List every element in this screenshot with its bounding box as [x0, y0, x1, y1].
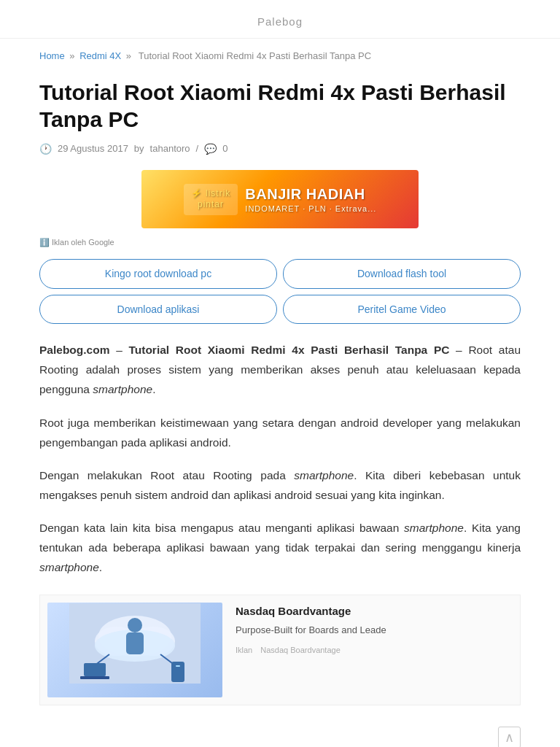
ad-link-peritel[interactable]: Peritel Game Video	[283, 295, 521, 324]
post-author: tahantoro	[150, 142, 190, 157]
svg-rect-12	[176, 665, 180, 667]
back-to-top-icon[interactable]: ∧	[498, 727, 521, 747]
ad-link-flash[interactable]: Download flash tool	[283, 259, 521, 288]
breadcrumb-sep1: »	[69, 50, 77, 61]
ad-widget-title: Nasdaq Boardvantage	[236, 603, 513, 620]
post-comments: 0	[222, 142, 228, 157]
post-body: Palebog.com – Tutorial Root Xiaomi Redmi…	[39, 340, 521, 577]
ad-widget-desc: Purpose-Built for Boards and Leade	[236, 623, 513, 638]
intro-dash: –	[109, 344, 128, 356]
ad-link-aplikasi[interactable]: Download aplikasi	[39, 295, 277, 324]
breadcrumb-redmi[interactable]: Redmi 4X	[79, 50, 121, 61]
svg-rect-6	[126, 632, 144, 654]
post-meta-sep: /	[196, 142, 199, 157]
ad-widget-ad-text: Iklan	[236, 646, 252, 654]
ad-widget-advertiser: Nasdaq Boardvantage	[260, 646, 340, 654]
svg-rect-11	[171, 662, 184, 682]
post-by: by	[134, 142, 144, 157]
breadcrumb: Home » Redmi 4X » Tutorial Root Xiaomi R…	[39, 39, 521, 71]
ad-banner-inner: ⚡ listrikpintar BANJIR HADIAH INDOMARET …	[141, 170, 419, 228]
post-date: 29 Agustus 2017	[58, 142, 128, 157]
site-header: Palebog	[0, 0, 560, 39]
ad-info-icon: ℹ️	[39, 238, 50, 247]
breadcrumb-current: Tutorial Root Xiaomi Redmi 4x Pasti Berh…	[139, 50, 371, 61]
smartphone-2: smartphone	[294, 469, 354, 481]
site-title: Palebog	[0, 13, 560, 31]
para4-end: .	[99, 561, 102, 573]
svg-rect-9	[84, 663, 106, 676]
post-title: Tutorial Root Xiaomi Redmi 4x Pasti Berh…	[39, 79, 521, 133]
svg-point-5	[128, 618, 142, 632]
ad-label: ℹ️ Iklan oleh Google	[39, 236, 521, 249]
comment-icon: 💬	[204, 141, 217, 157]
intro-title: Tutorial Root Xiaomi Redmi 4x Pasti Berh…	[128, 344, 449, 356]
post-meta: 🕐 29 Agustus 2017 by tahantoro / 💬 0	[39, 141, 521, 157]
ad-link-kingo[interactable]: Kingo root download pc	[39, 259, 277, 288]
back-to-top[interactable]: ∧	[39, 705, 521, 747]
intro-end: .	[152, 383, 155, 395]
para-4: Dengan kata lain kita bisa mengapus atau…	[39, 518, 521, 577]
ad-banner[interactable]: ⚡ listrikpintar BANJIR HADIAH INDOMARET …	[141, 170, 419, 228]
intro-paragraph: Palebog.com – Tutorial Root Xiaomi Redmi…	[39, 340, 521, 399]
smartphone-4: smartphone	[39, 561, 99, 573]
para-2: Root juga memberikan keistimewaan yang s…	[39, 413, 521, 452]
ad-widget-label: Iklan Nasdaq Boardvantage	[236, 644, 513, 657]
ad-widget-icon	[69, 603, 201, 697]
breadcrumb-sep2: »	[126, 50, 134, 61]
smartphone-3: smartphone	[404, 522, 464, 534]
smartphone-1: smartphone	[93, 383, 152, 395]
breadcrumb-home[interactable]: Home	[39, 50, 65, 61]
ad-widget[interactable]: Nasdaq Boardvantage Purpose-Built for Bo…	[39, 595, 521, 705]
para-3: Dengan melakukan Root atau Rooting pada …	[39, 465, 521, 505]
intro-site: Palebog.com	[39, 344, 109, 356]
clock-icon: 🕐	[39, 141, 52, 157]
ad-widget-image	[47, 603, 222, 697]
svg-rect-10	[80, 676, 109, 679]
para4-start: Dengan kata lain kita bisa mengapus atau…	[39, 522, 404, 534]
ad-widget-text: Nasdaq Boardvantage Purpose-Built for Bo…	[236, 603, 513, 657]
para3-start: Dengan melakukan Root atau Rooting pada	[39, 469, 294, 481]
ad-links: Kingo root download pc Download flash to…	[39, 259, 521, 324]
ad-block: ⚡ listrikpintar BANJIR HADIAH INDOMARET …	[39, 170, 521, 249]
intro-dash2: –	[449, 344, 468, 356]
